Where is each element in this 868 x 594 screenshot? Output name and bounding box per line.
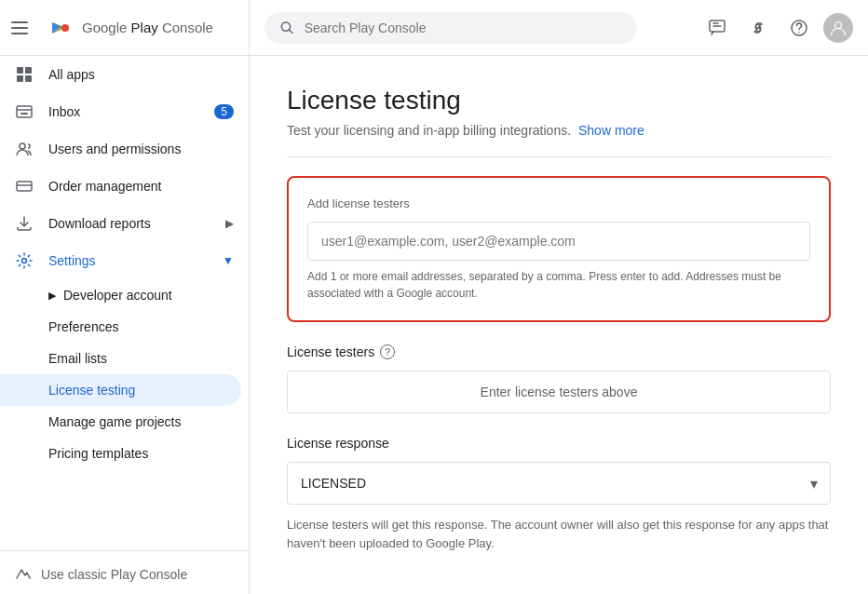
- license-testing-label: License testing: [48, 383, 135, 398]
- sidebar-item-developer-account[interactable]: ▶ Developer account: [0, 279, 249, 311]
- sidebar-item-all-apps[interactable]: All apps: [0, 56, 249, 93]
- download-chevron: ▶: [225, 217, 234, 230]
- users-label: Users and permissions: [48, 142, 181, 156]
- logo-console: Console: [158, 20, 213, 35]
- search-bar[interactable]: [264, 12, 637, 44]
- settings-label: Settings: [48, 253, 96, 268]
- add-testers-card: Add license testers Add 1 or more email …: [287, 176, 831, 322]
- download-label: Download reports: [48, 216, 151, 231]
- enter-testers-text: Enter license testers above: [481, 385, 638, 399]
- classic-icon: [15, 566, 32, 583]
- bottom-divider: [0, 550, 249, 551]
- svg-rect-7: [20, 113, 28, 115]
- svg-point-15: [835, 21, 842, 28]
- logo: Google Play Console: [45, 13, 213, 43]
- gear-icon: [15, 251, 34, 270]
- svg-point-8: [20, 143, 25, 149]
- license-testers-section-label: License testers ?: [287, 344, 831, 359]
- sidebar-item-download[interactable]: Download reports ▶: [0, 205, 249, 242]
- title-divider: [287, 156, 831, 157]
- link-icon-btn[interactable]: [741, 11, 775, 45]
- add-testers-label: Add license testers: [307, 196, 810, 210]
- license-response-label: License response: [287, 436, 831, 451]
- email-input[interactable]: [307, 222, 810, 261]
- logo-google: Google: [82, 20, 127, 35]
- pricing-templates-label: Pricing templates: [48, 446, 148, 461]
- download-icon: [15, 214, 34, 233]
- license-response-select-wrapper: LICENSEDNOT_LICENSEDLICENSED_OLD_KEY ▾: [287, 462, 831, 505]
- main-content: License testing Test your licensing and …: [250, 0, 868, 594]
- link-icon: [749, 19, 767, 37]
- search-icon: [279, 20, 295, 36]
- sidebar-item-pricing-templates[interactable]: Pricing templates: [0, 438, 249, 469]
- avatar[interactable]: [823, 13, 853, 43]
- settings-chevron: ▼: [223, 254, 234, 267]
- sidebar-item-order[interactable]: Order management: [0, 168, 249, 205]
- email-lists-label: Email lists: [48, 351, 107, 366]
- grid-icon: [15, 65, 34, 84]
- manage-game-label: Manage game projects: [48, 414, 181, 429]
- hamburger-menu[interactable]: [11, 17, 34, 39]
- sidebar-item-inbox[interactable]: Inbox 5: [0, 93, 249, 130]
- subtitle-text: Test your licensing and in-app billing i…: [287, 123, 571, 138]
- show-more-link[interactable]: Show more: [578, 123, 644, 138]
- classic-label: Use classic Play Console: [41, 567, 187, 582]
- credit-card-icon: [15, 177, 34, 196]
- sidebar-item-preferences[interactable]: Preferences: [0, 311, 249, 343]
- topbar: [250, 0, 868, 56]
- license-response-helper: License testers will get this response. …: [287, 516, 831, 552]
- sidebar-item-manage-game[interactable]: Manage game projects: [0, 406, 249, 438]
- svg-rect-4: [17, 75, 23, 82]
- topbar-icons: [700, 11, 853, 45]
- users-icon: [15, 140, 34, 158]
- svg-point-1: [61, 24, 69, 32]
- license-testers-text: License testers: [287, 344, 374, 359]
- search-input[interactable]: [305, 20, 622, 35]
- avatar-icon: [830, 20, 847, 36]
- svg-rect-2: [17, 67, 23, 74]
- comment-icon-btn[interactable]: [700, 11, 734, 45]
- logo-icon: [45, 13, 75, 43]
- sidebar-item-license-testing[interactable]: License testing: [0, 374, 241, 406]
- sidebar-item-email-lists[interactable]: Email lists: [0, 343, 249, 374]
- svg-point-14: [798, 31, 800, 33]
- order-label: Order management: [48, 179, 161, 194]
- page-content: License testing Test your licensing and …: [250, 56, 868, 594]
- svg-rect-6: [17, 106, 32, 117]
- inbox-badge: 5: [214, 104, 234, 119]
- inbox-label: Inbox: [48, 104, 80, 119]
- all-apps-label: All apps: [48, 67, 95, 82]
- sidebar-item-settings[interactable]: Settings ▼: [0, 242, 249, 279]
- page-title: License testing: [287, 86, 831, 115]
- logo-text: Google Play Console: [82, 20, 213, 35]
- license-testers-placeholder: Enter license testers above: [287, 371, 831, 413]
- page-subtitle: Test your licensing and in-app billing i…: [287, 123, 831, 138]
- input-helper: Add 1 or more email addresses, separated…: [307, 268, 810, 302]
- sidebar-header: Google Play Console: [0, 0, 249, 56]
- preferences-label: Preferences: [48, 319, 118, 334]
- svg-rect-9: [17, 182, 32, 191]
- sidebar-item-users[interactable]: Users and permissions: [0, 130, 249, 168]
- classic-console-item[interactable]: Use classic Play Console: [0, 555, 249, 594]
- help-icon-btn[interactable]: [782, 11, 816, 45]
- svg-rect-3: [25, 67, 32, 74]
- developer-chevron: ▶: [48, 290, 56, 302]
- sidebar: Google Play Console All apps Inbox 5 Use…: [0, 0, 250, 594]
- help-circle-icon[interactable]: ?: [380, 344, 395, 359]
- inbox-icon: [15, 102, 34, 121]
- developer-label: Developer account: [63, 288, 172, 303]
- license-response-text: License response: [287, 436, 389, 451]
- svg-point-10: [22, 259, 27, 263]
- license-response-select[interactable]: LICENSEDNOT_LICENSEDLICENSED_OLD_KEY: [287, 462, 831, 505]
- svg-rect-5: [25, 75, 32, 82]
- logo-play: Play: [127, 20, 157, 35]
- comment-icon: [708, 19, 726, 37]
- question-icon: [790, 19, 808, 37]
